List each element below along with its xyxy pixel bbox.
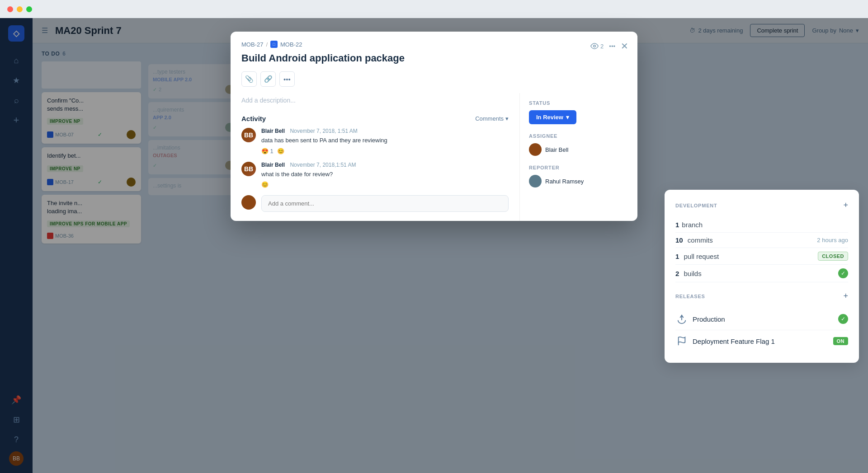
release-row-feature-flag[interactable]: Deployment Feature Flag 1 ON — [675, 330, 848, 352]
modal-overlay[interactable]: MOB-27 / □ MOB-22 2 ••• ✕ — [0, 18, 868, 473]
reaction-love[interactable]: 😍 1 — [261, 148, 274, 155]
release-row-production[interactable]: Production ✓ — [675, 308, 848, 330]
comments-dropdown[interactable]: Comments ▾ — [475, 115, 509, 122]
close-button[interactable] — [7, 6, 13, 12]
dev-row-builds[interactable]: 2 builds ✓ — [675, 265, 848, 282]
comment-item: BB Blair Bell November 7, 2018, 1:51 AM … — [241, 128, 509, 155]
status-button[interactable]: In Review ▾ — [529, 110, 576, 124]
releases-title: RELEASES — [675, 294, 705, 299]
modal-toolbar: 📎 🔗 ••• — [231, 71, 637, 93]
reporter-avatar — [529, 175, 542, 187]
status-label: STATUS — [529, 100, 628, 106]
modal-body: Add a description... Activity Comments ▾… — [231, 93, 637, 221]
more-options-button[interactable]: ••• — [609, 43, 615, 50]
feature-flag-label: Deployment Feature Flag 1 — [693, 337, 775, 345]
releases-section-header: RELEASES + — [675, 291, 848, 301]
reporter-row: Rahul Ramsey — [529, 175, 628, 187]
dev-row-commits[interactable]: 10 commits 2 hours ago — [675, 233, 848, 248]
dev-section-header: DEVELOPMENT + — [675, 201, 848, 210]
close-button[interactable]: ✕ — [621, 41, 628, 52]
comment-input-field[interactable] — [261, 195, 509, 212]
production-icon — [675, 313, 688, 325]
minimize-button[interactable] — [17, 6, 23, 12]
reaction-smile[interactable]: 😊 — [261, 181, 269, 188]
modal-actions: 2 ••• ✕ — [590, 41, 628, 52]
chevron-down-icon: ▾ — [505, 115, 509, 122]
production-label: Production — [693, 315, 725, 323]
svg-point-0 — [594, 45, 596, 47]
comment-item: BB Blair Bell November 7, 2018,1:51 AM w… — [241, 162, 509, 188]
assignee-label: ASSIGNEE — [529, 133, 628, 139]
window-chrome — [0, 0, 868, 18]
assignee-row: Blair Bell — [529, 143, 628, 156]
watch-button[interactable]: 2 — [590, 42, 604, 50]
modal-header: MOB-27 / □ MOB-22 2 ••• ✕ — [231, 32, 637, 71]
chevron-down-icon: ▾ — [566, 114, 569, 121]
avatar: BB — [241, 128, 256, 142]
production-check-icon: ✓ — [838, 314, 848, 324]
builds-check-icon: ✓ — [838, 268, 848, 278]
development-panel: DEVELOPMENT + 1 branch 10 commits 2 hour… — [665, 190, 859, 363]
assignee-name[interactable]: Blair Bell — [545, 146, 568, 153]
fullscreen-button[interactable] — [26, 6, 32, 12]
comment-input-area — [241, 195, 509, 212]
current-user-avatar — [241, 195, 256, 210]
dev-row-pull-request[interactable]: 1 pull request CLOSED — [675, 248, 848, 265]
releases-add-button[interactable]: + — [843, 291, 848, 301]
modal-right-pane: STATUS In Review ▾ ASSIGNEE Blair Bell R… — [520, 93, 637, 221]
assignee-avatar — [529, 143, 542, 156]
breadcrumb: MOB-27 / □ MOB-22 — [241, 41, 627, 48]
closed-badge: CLOSED — [818, 252, 848, 261]
issue-modal: MOB-27 / □ MOB-22 2 ••• ✕ — [231, 32, 637, 221]
releases-section: RELEASES + Production ✓ — [675, 291, 848, 352]
breadcrumb-child[interactable]: MOB-22 — [280, 41, 302, 48]
attach-button[interactable]: 📎 — [241, 71, 257, 87]
reporter-label: REPORTER — [529, 165, 628, 170]
breadcrumb-parent[interactable]: MOB-27 — [241, 41, 263, 48]
description-field[interactable]: Add a description... — [241, 93, 509, 108]
more-toolbar-button[interactable]: ••• — [279, 71, 295, 87]
link-button[interactable]: 🔗 — [260, 71, 276, 87]
reporter-name[interactable]: Rahul Ramsey — [545, 178, 584, 185]
dev-section-title: DEVELOPMENT — [675, 203, 717, 208]
on-badge: ON — [833, 337, 849, 345]
feature-flag-icon — [675, 335, 688, 347]
issue-type-icon: □ — [270, 41, 278, 48]
avatar: BB — [241, 162, 256, 176]
dev-add-button[interactable]: + — [843, 201, 848, 210]
dev-row-branch[interactable]: 1 branch — [675, 217, 848, 233]
reaction-smile[interactable]: 😊 — [277, 148, 284, 155]
activity-header: Activity Comments ▾ — [241, 115, 509, 122]
modal-title: Build Android application package — [241, 52, 627, 64]
modal-left-pane: Add a description... Activity Comments ▾… — [231, 93, 520, 221]
